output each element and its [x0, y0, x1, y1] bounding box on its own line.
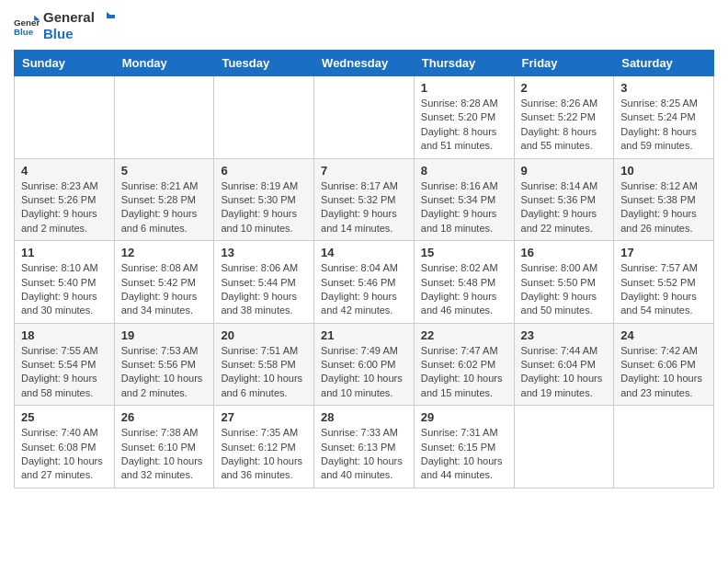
- day-number: 26: [121, 410, 208, 424]
- header-day: Sunday: [15, 51, 115, 76]
- calendar-cell: 20Sunrise: 7:51 AM Sunset: 5:58 PM Dayli…: [214, 323, 314, 406]
- day-info: Sunrise: 8:00 AM Sunset: 5:50 PM Dayligh…: [521, 261, 608, 318]
- day-info: Sunrise: 8:02 AM Sunset: 5:48 PM Dayligh…: [421, 261, 507, 318]
- calendar-cell: 16Sunrise: 8:00 AM Sunset: 5:50 PM Dayli…: [514, 241, 614, 324]
- day-number: 28: [321, 410, 407, 424]
- calendar-cell: 15Sunrise: 8:02 AM Sunset: 5:48 PM Dayli…: [414, 241, 514, 324]
- calendar-cell: 6Sunrise: 8:19 AM Sunset: 5:30 PM Daylig…: [214, 158, 314, 241]
- day-info: Sunrise: 8:21 AM Sunset: 5:28 PM Dayligh…: [121, 179, 208, 236]
- day-number: 3: [620, 81, 707, 95]
- day-info: Sunrise: 8:14 AM Sunset: 5:36 PM Dayligh…: [521, 179, 608, 236]
- calendar-cell: [314, 76, 415, 159]
- calendar-cell: 26Sunrise: 7:38 AM Sunset: 6:10 PM Dayli…: [114, 406, 214, 488]
- day-number: 4: [21, 164, 108, 178]
- day-number: 25: [21, 410, 108, 424]
- day-info: Sunrise: 8:06 AM Sunset: 5:44 PM Dayligh…: [221, 261, 307, 318]
- calendar-cell: 17Sunrise: 7:57 AM Sunset: 5:52 PM Dayli…: [614, 241, 714, 324]
- calendar-cell: [214, 76, 314, 159]
- day-number: 23: [521, 328, 608, 342]
- header-day: Tuesday: [214, 51, 314, 76]
- day-number: 5: [121, 164, 208, 178]
- calendar-cell: [114, 76, 214, 159]
- logo-general: General: [43, 9, 115, 26]
- day-info: Sunrise: 7:55 AM Sunset: 5:54 PM Dayligh…: [21, 344, 108, 401]
- calendar-week-row: 4Sunrise: 8:23 AM Sunset: 5:26 PM Daylig…: [15, 158, 714, 241]
- calendar-cell: [15, 76, 115, 159]
- day-number: 21: [321, 328, 407, 342]
- logo-icon: General Blue: [14, 13, 40, 39]
- day-number: 9: [521, 164, 608, 178]
- calendar-cell: [514, 406, 614, 488]
- calendar-cell: 24Sunrise: 7:42 AM Sunset: 6:06 PM Dayli…: [614, 323, 714, 406]
- day-number: 24: [620, 328, 707, 342]
- calendar-cell: 29Sunrise: 7:31 AM Sunset: 6:15 PM Dayli…: [414, 406, 514, 488]
- calendar-cell: 22Sunrise: 7:47 AM Sunset: 6:02 PM Dayli…: [414, 323, 514, 406]
- calendar-cell: 11Sunrise: 8:10 AM Sunset: 5:40 PM Dayli…: [15, 241, 115, 324]
- calendar-cell: [614, 406, 714, 488]
- day-info: Sunrise: 7:47 AM Sunset: 6:02 PM Dayligh…: [421, 344, 507, 401]
- day-info: Sunrise: 7:57 AM Sunset: 5:52 PM Dayligh…: [620, 261, 707, 318]
- logo-blue: Blue: [43, 26, 115, 42]
- day-info: Sunrise: 8:16 AM Sunset: 5:34 PM Dayligh…: [421, 179, 507, 236]
- calendar-week-row: 11Sunrise: 8:10 AM Sunset: 5:40 PM Dayli…: [15, 241, 714, 324]
- day-info: Sunrise: 7:38 AM Sunset: 6:10 PM Dayligh…: [121, 426, 208, 483]
- calendar-cell: 14Sunrise: 8:04 AM Sunset: 5:46 PM Dayli…: [314, 241, 415, 324]
- calendar-cell: 8Sunrise: 8:16 AM Sunset: 5:34 PM Daylig…: [414, 158, 514, 241]
- day-number: 15: [421, 246, 507, 259]
- day-info: Sunrise: 7:35 AM Sunset: 6:12 PM Dayligh…: [221, 426, 307, 483]
- day-info: Sunrise: 7:44 AM Sunset: 6:04 PM Dayligh…: [521, 344, 608, 401]
- calendar-cell: 4Sunrise: 8:23 AM Sunset: 5:26 PM Daylig…: [15, 158, 115, 241]
- calendar-cell: 13Sunrise: 8:06 AM Sunset: 5:44 PM Dayli…: [214, 241, 314, 324]
- header-day: Thursday: [414, 51, 514, 76]
- header-row: SundayMondayTuesdayWednesdayThursdayFrid…: [15, 51, 714, 76]
- day-number: 8: [421, 164, 507, 178]
- day-info: Sunrise: 8:23 AM Sunset: 5:26 PM Dayligh…: [21, 179, 108, 236]
- day-number: 16: [521, 246, 608, 259]
- day-number: 27: [221, 410, 307, 424]
- calendar-week-row: 1Sunrise: 8:28 AM Sunset: 5:20 PM Daylig…: [15, 76, 714, 159]
- calendar-cell: 3Sunrise: 8:25 AM Sunset: 5:24 PM Daylig…: [614, 76, 714, 159]
- day-number: 19: [121, 328, 208, 342]
- day-number: 18: [21, 328, 108, 342]
- day-info: Sunrise: 8:08 AM Sunset: 5:42 PM Dayligh…: [121, 261, 208, 318]
- day-info: Sunrise: 8:12 AM Sunset: 5:38 PM Dayligh…: [620, 179, 707, 236]
- day-info: Sunrise: 7:33 AM Sunset: 6:13 PM Dayligh…: [321, 426, 407, 483]
- day-info: Sunrise: 8:17 AM Sunset: 5:32 PM Dayligh…: [321, 179, 407, 236]
- calendar-cell: 9Sunrise: 8:14 AM Sunset: 5:36 PM Daylig…: [514, 158, 614, 241]
- calendar-week-row: 25Sunrise: 7:40 AM Sunset: 6:08 PM Dayli…: [15, 406, 714, 488]
- calendar-cell: 1Sunrise: 8:28 AM Sunset: 5:20 PM Daylig…: [414, 76, 514, 159]
- day-number: 29: [421, 410, 507, 424]
- day-info: Sunrise: 8:04 AM Sunset: 5:46 PM Dayligh…: [321, 261, 407, 318]
- day-number: 12: [121, 246, 208, 259]
- day-number: 17: [620, 246, 707, 259]
- day-info: Sunrise: 7:49 AM Sunset: 6:00 PM Dayligh…: [321, 344, 407, 401]
- day-info: Sunrise: 8:19 AM Sunset: 5:30 PM Dayligh…: [221, 179, 307, 236]
- day-info: Sunrise: 8:25 AM Sunset: 5:24 PM Dayligh…: [620, 97, 707, 154]
- calendar-cell: 7Sunrise: 8:17 AM Sunset: 5:32 PM Daylig…: [314, 158, 415, 241]
- calendar-cell: 27Sunrise: 7:35 AM Sunset: 6:12 PM Dayli…: [214, 406, 314, 488]
- day-info: Sunrise: 8:26 AM Sunset: 5:22 PM Dayligh…: [521, 97, 608, 154]
- day-number: 13: [221, 246, 307, 259]
- header-day: Saturday: [614, 51, 714, 76]
- calendar-cell: 19Sunrise: 7:53 AM Sunset: 5:56 PM Dayli…: [114, 323, 214, 406]
- calendar-cell: 25Sunrise: 7:40 AM Sunset: 6:08 PM Dayli…: [15, 406, 115, 488]
- day-number: 11: [21, 246, 108, 259]
- calendar-cell: 2Sunrise: 8:26 AM Sunset: 5:22 PM Daylig…: [514, 76, 614, 159]
- header-day: Wednesday: [314, 51, 415, 76]
- day-info: Sunrise: 8:10 AM Sunset: 5:40 PM Dayligh…: [21, 261, 108, 318]
- day-number: 6: [221, 164, 307, 178]
- day-info: Sunrise: 7:31 AM Sunset: 6:15 PM Dayligh…: [421, 426, 507, 483]
- calendar-cell: 10Sunrise: 8:12 AM Sunset: 5:38 PM Dayli…: [614, 158, 714, 241]
- svg-text:Blue: Blue: [14, 27, 34, 37]
- day-number: 2: [521, 81, 608, 95]
- calendar-cell: 5Sunrise: 8:21 AM Sunset: 5:28 PM Daylig…: [114, 158, 214, 241]
- calendar-week-row: 18Sunrise: 7:55 AM Sunset: 5:54 PM Dayli…: [15, 323, 714, 406]
- day-number: 20: [221, 328, 307, 342]
- header-day: Monday: [114, 51, 214, 76]
- calendar-cell: 23Sunrise: 7:44 AM Sunset: 6:04 PM Dayli…: [514, 323, 614, 406]
- day-info: Sunrise: 7:51 AM Sunset: 5:58 PM Dayligh…: [221, 344, 307, 401]
- day-info: Sunrise: 7:42 AM Sunset: 6:06 PM Dayligh…: [620, 344, 707, 401]
- calendar-cell: 18Sunrise: 7:55 AM Sunset: 5:54 PM Dayli…: [15, 323, 115, 406]
- logo: General Blue General Blue: [14, 9, 115, 42]
- page: General Blue General Blue: [0, 0, 728, 502]
